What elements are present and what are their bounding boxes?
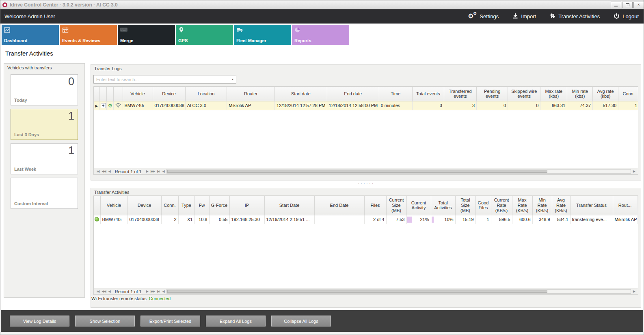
cell-type: X1 xyxy=(178,215,194,224)
cell-start-date: 12/19/2014 2:19:51 ... xyxy=(264,215,314,224)
cell-router: Mikrotik AP xyxy=(613,215,637,224)
column-header[interactable]: Files xyxy=(364,196,386,215)
panel-splitter[interactable]: · · · · · · xyxy=(91,182,641,187)
prev-record-button[interactable]: ◀ xyxy=(107,170,112,173)
next-page-button[interactable]: ▶▶ xyxy=(149,170,156,173)
scrollbar-thumb[interactable] xyxy=(167,290,548,293)
cell-avg-rate: 517.30 xyxy=(593,101,618,110)
column-header[interactable]: Avg Rate (KB/s) xyxy=(552,196,570,215)
prev-page-button[interactable]: ◀◀ xyxy=(100,290,107,293)
column-header[interactable]: Transfer Status xyxy=(570,196,613,215)
card-value: 1 xyxy=(68,110,74,122)
column-header[interactable]: Max Rate (KB/s) xyxy=(512,196,532,215)
horizontal-scrollbar[interactable] xyxy=(166,289,631,294)
close-button[interactable]: × xyxy=(633,2,644,8)
window-controls: × xyxy=(611,2,644,8)
tile-label: Dashboard xyxy=(4,38,27,43)
logout-button[interactable]: Logout xyxy=(614,13,639,20)
card-last-3-days[interactable]: 1 Last 3 Days xyxy=(11,109,78,140)
column-header[interactable]: Time xyxy=(379,87,412,101)
transfer-activities-button[interactable]: Transfer Activities xyxy=(550,13,600,20)
scroll-left-button[interactable]: ◀ xyxy=(161,290,165,293)
search-combo[interactable]: ▼ xyxy=(93,75,236,84)
search-input[interactable] xyxy=(94,77,229,82)
collapse-all-logs-button[interactable]: Collapse All Logs xyxy=(271,316,331,326)
column-header[interactable]: Pending events xyxy=(477,87,508,101)
column-header[interactable]: Skipped wire events xyxy=(508,87,540,101)
cell-total-activities: 10% xyxy=(431,215,455,224)
tile-gps[interactable]: GPS xyxy=(176,25,233,45)
column-header[interactable]: Good Files xyxy=(475,196,491,215)
settings-button[interactable]: ⚙ ⚙ Settings xyxy=(468,13,499,21)
column-header[interactable]: Current Activity xyxy=(406,196,431,215)
card-today[interactable]: 0 Today xyxy=(11,74,78,105)
column-header[interactable]: Max rate (kbs) xyxy=(540,87,567,101)
scroll-right-button[interactable]: ▶ xyxy=(632,290,636,293)
tile-dashboard[interactable]: Dashboard xyxy=(2,25,59,45)
column-header[interactable]: Vehicle xyxy=(123,87,153,101)
column-header[interactable]: Location xyxy=(185,87,227,101)
online-status-icon xyxy=(95,217,99,221)
column-header[interactable]: Conn. xyxy=(161,196,178,215)
footer-toolbar: View Log Details Show Selection Export/P… xyxy=(1,310,643,332)
column-header[interactable]: Min rate (kbs) xyxy=(567,87,593,101)
cell-current-activity: 21% xyxy=(406,215,431,224)
column-header[interactable]: Rout... xyxy=(613,196,637,215)
scrollbar-thumb[interactable] xyxy=(167,170,548,173)
column-header[interactable]: Total events xyxy=(412,87,444,101)
column-header[interactable]: Vehicle xyxy=(100,196,128,215)
column-header-status xyxy=(94,196,100,215)
dropdown-arrow-icon[interactable]: ▼ xyxy=(229,78,236,81)
tile-events-reviews[interactable]: Events & Reviews xyxy=(60,25,117,45)
next-record-button[interactable]: ▶ xyxy=(145,170,149,173)
prev-page-button[interactable]: ◀◀ xyxy=(100,170,107,173)
horizontal-scrollbar[interactable] xyxy=(166,169,631,174)
scroll-left-button[interactable]: ◀ xyxy=(161,170,165,173)
card-custom-interval[interactable]: Custom Interval xyxy=(11,178,78,209)
column-header[interactable]: Conn. xyxy=(618,87,638,101)
minimize-button[interactable] xyxy=(611,2,621,8)
export-print-selected-button[interactable]: Export/Print Selected xyxy=(140,316,200,326)
tile-reports[interactable]: Reports xyxy=(292,25,349,45)
tile-merge[interactable]: Merge xyxy=(118,25,175,45)
column-header[interactable]: Current Size (MB) xyxy=(386,196,406,215)
column-header[interactable]: Start date xyxy=(274,87,327,101)
transfer-activity-row[interactable]: BMW740i 017040000038 2 X1 10.8 0.55 192.… xyxy=(94,215,637,224)
prev-record-button[interactable]: ◀ xyxy=(107,290,112,293)
column-header[interactable]: End date xyxy=(327,87,379,101)
first-record-button[interactable]: |◀ xyxy=(95,170,100,173)
column-header[interactable]: Avg rate (kbs) xyxy=(593,87,618,101)
column-header[interactable]: G-Force xyxy=(209,196,229,215)
card-last-week[interactable]: 1 Last Week xyxy=(11,143,78,174)
show-selection-button[interactable]: Show Selection xyxy=(75,316,135,326)
column-header[interactable]: Type xyxy=(178,196,194,215)
column-header[interactable]: Transferred events xyxy=(444,87,476,101)
last-record-button[interactable]: ▶| xyxy=(156,170,161,173)
tile-fleet-manager[interactable]: Fleet Manager xyxy=(234,25,291,45)
column-header[interactable]: Device xyxy=(153,87,185,101)
column-header[interactable]: Start Date xyxy=(264,196,314,215)
column-header[interactable]: Router xyxy=(227,87,275,101)
cell-transferred-events: 3 xyxy=(444,101,476,110)
cell-start-date: 12/18/2014 12:57:28 PM xyxy=(274,101,327,110)
column-header[interactable]: End Date xyxy=(314,196,364,215)
column-header[interactable]: Current Rate (KB/s) xyxy=(491,196,512,215)
column-header[interactable]: IP xyxy=(229,196,264,215)
view-log-details-button[interactable]: View Log Details xyxy=(10,316,69,326)
column-header[interactable]: Total Size (MB) xyxy=(455,196,475,215)
last-record-button[interactable]: ▶| xyxy=(156,290,161,293)
next-page-button[interactable]: ▶▶ xyxy=(149,290,156,293)
column-header[interactable]: Total Activities xyxy=(431,196,455,215)
maximize-button[interactable] xyxy=(622,2,633,8)
scroll-right-button[interactable]: ▶ xyxy=(632,170,636,173)
column-header[interactable]: Fw xyxy=(194,196,209,215)
import-button[interactable]: Import xyxy=(512,13,536,20)
next-record-button[interactable]: ▶ xyxy=(145,290,149,293)
expand-row-button[interactable]: + xyxy=(101,103,106,108)
column-header[interactable]: Device xyxy=(128,196,161,215)
first-record-button[interactable]: |◀ xyxy=(95,290,100,293)
expand-all-logs-button[interactable]: Expand All Logs xyxy=(206,316,266,326)
column-header[interactable]: Min Rate (KB/s) xyxy=(532,196,552,215)
nav-tiles: Dashboard Events & Reviews Merge GPS Fle… xyxy=(2,25,349,45)
transfer-log-row[interactable]: ▶ + ⚙ BMW740i 017040000038 Al CC 3.0 Mik… xyxy=(94,101,638,110)
